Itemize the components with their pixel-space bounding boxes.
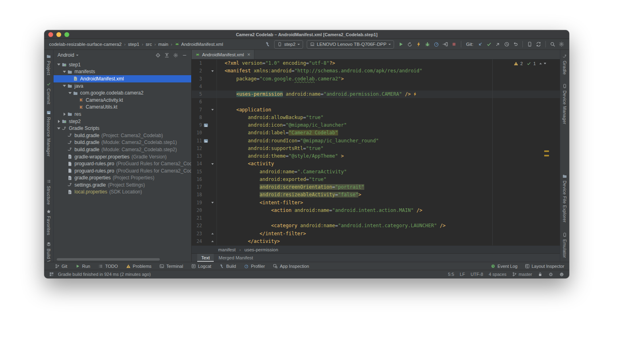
project-view-selector[interactable]: Android	[58, 52, 74, 58]
code-text[interactable]: </activity>	[225, 238, 280, 245]
code-text[interactable]: </intent-filter>	[225, 230, 306, 238]
code-text[interactable]: android:resizeableActivity="false">	[225, 191, 361, 199]
line-number[interactable]: 23	[192, 230, 202, 238]
tree-item-res[interactable]: res	[54, 111, 191, 118]
code-line-15[interactable]: 15 android:name=".CameraActivity"	[192, 168, 560, 176]
view-tab-merged-manifest[interactable]: Merged Manifest	[215, 254, 257, 262]
line-number[interactable]: 15	[192, 168, 202, 176]
tree-item-camerautils-kt[interactable]: CameraUtils.kt	[54, 104, 191, 111]
code-text[interactable]: <activity	[225, 160, 274, 168]
tree-chevron[interactable]	[62, 113, 67, 116]
tool-window-button-problems[interactable]: Problems	[126, 264, 151, 269]
code-text[interactable]: android:label="Camera2 Codelab"	[225, 129, 338, 137]
project-horizontal-scrollbar[interactable]	[57, 258, 160, 261]
code-text[interactable]: android:screenOrientation="portrait"	[225, 183, 364, 191]
code-text[interactable]: <uses-permission android:name="android.p…	[225, 90, 417, 98]
minimize-window-button[interactable]	[56, 32, 61, 37]
tool-window-button-logcat[interactable]: Logcat	[191, 264, 211, 269]
titlebar[interactable]: Camera2 Codelab – AndroidManifest.xml [C…	[44, 30, 569, 39]
tool-stripe-gradle[interactable]: Gradle	[562, 54, 567, 75]
tree-item-gradle-wrapper-properties[interactable]: gradle-wrapper.properties(Gradle Version…	[54, 153, 191, 160]
file-encoding[interactable]: UTF-8	[471, 272, 483, 277]
next-issue-icon[interactable]	[544, 63, 546, 64]
code-line-14[interactable]: 14 <activity	[192, 160, 560, 168]
code-text[interactable]: <manifest xmlns:android="http://schemas.…	[225, 67, 422, 75]
tool-window-button-terminal[interactable]: Terminal	[159, 264, 183, 269]
tree-item-com-google-codelab-camera2[interactable]: com.google.codelab.camera2	[54, 89, 191, 97]
tool-stripe-commit[interactable]: Commit	[46, 82, 51, 105]
line-number[interactable]: 12	[192, 145, 202, 152]
prev-issue-icon[interactable]	[539, 63, 542, 64]
tool-stripe-project[interactable]: Project	[46, 54, 51, 75]
xml-breadcrumb-uses-permission[interactable]: uses-permission	[244, 247, 278, 252]
fold-marker[interactable]	[209, 240, 216, 242]
line-number[interactable]: 4	[192, 83, 202, 90]
code-line-8[interactable]: 8 android:allowBackup="true"	[192, 114, 560, 121]
zoom-window-button[interactable]	[64, 32, 69, 37]
build-hammer-button[interactable]	[265, 41, 270, 47]
code-line-21[interactable]: 21	[192, 214, 560, 222]
code-line-10[interactable]: 10 android:label="Camera2 Codelab"	[192, 129, 560, 137]
tree-item-manifests[interactable]: manifests	[54, 68, 191, 76]
line-number[interactable]: 5	[192, 90, 202, 98]
code-text[interactable]: android:supportsRtl="true"	[225, 145, 324, 152]
gauge-button[interactable]	[433, 41, 439, 47]
tool-window-button-todo[interactable]: TODO	[98, 264, 118, 269]
tree-item-step2[interactable]: step2	[54, 118, 191, 125]
tool-window-button-profiler[interactable]: Profiler	[244, 264, 265, 269]
code-line-1[interactable]: 1<?xml version="1.0" encoding="utf-8"?>	[192, 60, 560, 67]
caret-position[interactable]: 5:5	[448, 272, 454, 277]
gear-button[interactable]	[173, 53, 178, 58]
phone-button[interactable]	[527, 41, 533, 47]
tool-stripe-favorites[interactable]: Favorites	[46, 209, 51, 235]
breadcrumb-androidmanifest-xml[interactable]: AndroidManifest.xml	[175, 42, 223, 47]
feedback-icon[interactable]	[559, 272, 564, 277]
run-configuration-select[interactable]: step2	[274, 40, 303, 49]
code-text[interactable]: android:exported="true"	[225, 176, 326, 183]
stop-button[interactable]	[451, 41, 457, 47]
error-stripe-mark[interactable]	[544, 155, 549, 156]
tree-item-build-gradle[interactable]: build.gradle(Project: Camera2_Codelab)	[54, 132, 191, 139]
code-text[interactable]: <intent-filter>	[225, 199, 303, 207]
tree-item-androidmanifest-xml[interactable]: AndroidManifest.xml	[54, 75, 191, 82]
line-number[interactable]: 24	[192, 238, 202, 245]
tree-chevron[interactable]	[56, 127, 62, 129]
inspection-widget[interactable]: 2 1	[514, 61, 546, 66]
tool-window-button-git[interactable]: Git	[55, 264, 67, 269]
code-text[interactable]: android:name=".CameraActivity"	[225, 168, 347, 176]
collapse-button[interactable]	[164, 53, 169, 58]
tool-window-switcher-icon[interactable]	[49, 272, 54, 277]
line-number[interactable]: 21	[192, 214, 202, 222]
tree-item-local-properties[interactable]: local.properties(SDK Location)	[54, 189, 191, 196]
code-text[interactable]: <action android:name="android.intent.act…	[225, 207, 422, 214]
tool-window-button-app-inspection[interactable]: App Inspection	[273, 264, 309, 269]
tree-item-java[interactable]: java	[54, 82, 191, 90]
line-number[interactable]: 18	[192, 191, 202, 199]
tree-chevron[interactable]	[56, 120, 62, 123]
tree-item-gradle-scripts[interactable]: Gradle Scripts	[54, 125, 191, 132]
tree-chevron[interactable]	[56, 64, 62, 66]
line-number[interactable]: 20	[192, 207, 202, 214]
tool-window-button-layout-inspector[interactable]: Layout Inspector	[525, 264, 564, 269]
code-line-5[interactable]: 5 <uses-permission android:name="android…	[192, 90, 560, 98]
close-window-button[interactable]	[48, 32, 53, 37]
code-line-22[interactable]: 22 <category android:name="android.inten…	[192, 222, 560, 230]
editor-tab-androidmanifest[interactable]: AndroidManifest.xml ×	[192, 50, 254, 59]
code-line-20[interactable]: 20 <action android:name="android.intent.…	[192, 207, 560, 214]
tree-chevron[interactable]	[62, 85, 67, 87]
line-number[interactable]: 16	[192, 176, 202, 183]
code-text[interactable]: android:roundIcon="@mipmap/ic_launcher_r…	[225, 137, 379, 145]
code-area[interactable]: 1<?xml version="1.0" encoding="utf-8"?>2…	[192, 60, 560, 245]
tool-stripe-emulator[interactable]: Emulator	[562, 232, 567, 258]
gutter-icon-cell[interactable]	[202, 138, 209, 144]
breadcrumb-step1[interactable]: step1	[128, 42, 139, 47]
line-separator[interactable]: LF	[460, 272, 465, 277]
target-button[interactable]	[155, 53, 161, 58]
attach-button[interactable]	[442, 41, 448, 47]
minus-button[interactable]	[182, 53, 187, 58]
error-stripe-mark[interactable]	[544, 150, 549, 152]
code-line-11[interactable]: 11 android:roundIcon="@mipmap/ic_launche…	[192, 137, 560, 145]
tool-stripe-structure[interactable]: Structure	[46, 179, 51, 205]
code-line-17[interactable]: 17 android:screenOrientation="portrait"	[192, 183, 560, 191]
line-number[interactable]: 7	[192, 106, 202, 114]
